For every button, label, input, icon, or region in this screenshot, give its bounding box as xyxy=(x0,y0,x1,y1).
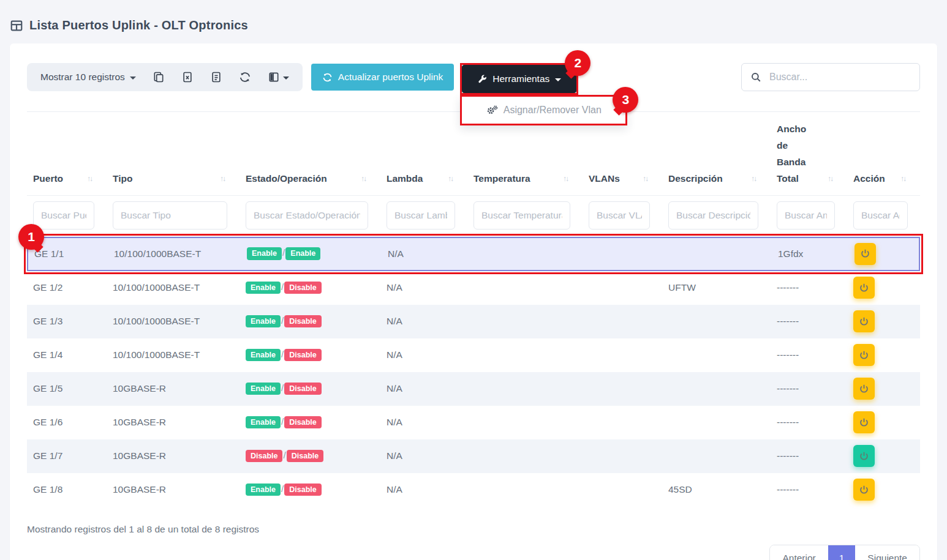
cell-estado-operacion: Enable/Disable xyxy=(240,344,380,367)
filter-input-temperatura[interactable] xyxy=(473,201,570,230)
menu-item-assign-remove-vlan[interactable]: Asignar/Remover Vlan xyxy=(462,97,625,124)
filter-input-tipo[interactable] xyxy=(113,201,227,230)
table-row[interactable]: GE 1/8 10GBASE-R Enable/Disable N/A 45SD… xyxy=(27,473,920,507)
previous-page-button[interactable]: Anterior xyxy=(770,545,828,560)
sort-icon[interactable]: ↑↓ xyxy=(643,173,647,187)
filter-cell-temperatura xyxy=(467,201,583,230)
cell-accion xyxy=(847,440,920,472)
export-file-button[interactable] xyxy=(210,71,222,83)
chevron-down-icon xyxy=(555,78,561,81)
column-header-lambda[interactable]: Lambda↑↓ xyxy=(380,112,467,195)
column-visibility-button[interactable] xyxy=(268,71,289,83)
power-toggle-button[interactable] xyxy=(855,243,876,265)
sort-icon[interactable]: ↑↓ xyxy=(220,173,225,187)
table-row[interactable]: GE 1/2 10/100/1000BASE-T Enable/Disable … xyxy=(27,271,920,305)
cell-ancho-banda: ------- xyxy=(771,345,847,365)
column-header-puerto[interactable]: Puerto↑↓ xyxy=(27,112,107,195)
cell-puerto: GE 1/8 xyxy=(27,479,107,500)
sort-icon[interactable]: ↑↓ xyxy=(751,173,756,187)
badge-separator: / xyxy=(281,282,284,292)
cell-lambda: N/A xyxy=(380,479,467,500)
table-row[interactable]: GE 1/6 10GBASE-R Enable/Disable N/A ----… xyxy=(27,406,920,439)
cell-lambda: N/A xyxy=(382,244,469,264)
power-icon xyxy=(860,248,870,259)
column-header-ancho[interactable]: Ancho de Banda Total↑↓ xyxy=(771,112,847,195)
power-toggle-button[interactable] xyxy=(853,445,875,467)
filter-input-estado[interactable] xyxy=(246,201,368,230)
filter-input-lambda[interactable] xyxy=(387,201,455,230)
power-toggle-button[interactable] xyxy=(853,378,875,400)
operacion-badge: Disable xyxy=(287,450,323,463)
filter-input-ancho[interactable] xyxy=(777,201,835,230)
export-excel-button[interactable] xyxy=(181,71,194,83)
search-input[interactable] xyxy=(769,72,911,83)
table-row[interactable]: GE 1/4 10/100/1000BASE-T Enable/Disable … xyxy=(27,338,920,372)
cell-temperatura xyxy=(467,417,583,427)
annotation-step-3: 3 xyxy=(613,87,638,113)
column-header-estado[interactable]: Estado/Operación↑↓ xyxy=(240,112,380,195)
tools-dropdown-button[interactable]: Herramientas xyxy=(462,65,576,93)
sort-icon[interactable]: ↑↓ xyxy=(87,173,92,187)
cell-tipo: 10GBASE-R xyxy=(107,446,240,466)
badge-separator: / xyxy=(281,383,284,393)
sort-icon[interactable]: ↑↓ xyxy=(563,173,568,187)
column-header-tipo[interactable]: Tipo↑↓ xyxy=(107,112,240,195)
menu-item-label: Asignar/Remover Vlan xyxy=(504,105,602,116)
power-toggle-button[interactable] xyxy=(853,277,875,299)
cell-puerto: GE 1/6 xyxy=(27,412,107,433)
page-number-button[interactable]: 1 xyxy=(828,545,856,560)
cell-tipo: 10/100/1000BASE-T xyxy=(107,277,240,298)
content-card: Mostrar 10 registros xyxy=(10,43,937,560)
toolbar: Mostrar 10 registros xyxy=(27,63,920,95)
filter-input-accion[interactable] xyxy=(853,201,908,230)
sort-icon[interactable]: ↑↓ xyxy=(828,173,832,187)
cell-accion xyxy=(847,373,920,405)
cell-lambda: N/A xyxy=(380,446,467,466)
filter-input-descripcion[interactable] xyxy=(668,201,758,230)
cell-vlans xyxy=(583,485,662,495)
power-toggle-button[interactable] xyxy=(853,310,875,332)
next-page-button[interactable]: Siguiente xyxy=(855,545,919,560)
page-header: Lista Puertos Uplink - OLT Optronics xyxy=(0,0,947,43)
filter-input-vlans[interactable] xyxy=(589,201,650,230)
column-header-descripcion[interactable]: Descripción↑↓ xyxy=(662,112,771,195)
filter-cell-vlans xyxy=(583,201,662,230)
reload-table-button[interactable] xyxy=(239,71,251,83)
show-entries-dropdown[interactable]: Mostrar 10 registros xyxy=(40,72,136,83)
power-toggle-button[interactable] xyxy=(853,344,875,366)
cell-temperatura xyxy=(467,316,583,326)
sort-icon[interactable]: ↑↓ xyxy=(361,173,366,187)
tools-dropdown-label: Herramientas xyxy=(492,73,549,84)
cell-temperatura xyxy=(467,451,583,461)
sort-icon[interactable]: ↑↓ xyxy=(900,173,905,187)
cell-estado-operacion: Enable/Disable xyxy=(240,411,380,434)
table-row[interactable]: GE 1/7 10GBASE-R Disable/Disable N/A ---… xyxy=(27,439,920,473)
file-text-icon xyxy=(210,71,222,83)
cell-vlans xyxy=(583,350,662,360)
table-row[interactable]: GE 1/1 10/100/1000BASE-T Enable/Enable N… xyxy=(27,237,920,271)
cell-tipo: 10/100/1000BASE-T xyxy=(108,244,241,264)
cell-descripcion xyxy=(662,384,771,394)
cell-temperatura xyxy=(467,384,583,394)
sort-icon[interactable]: ↑↓ xyxy=(448,173,453,187)
power-toggle-button[interactable] xyxy=(853,411,875,433)
column-label: Puerto xyxy=(33,170,63,187)
copy-button[interactable] xyxy=(153,71,165,83)
column-header-accion[interactable]: Acción↑↓ xyxy=(847,112,920,195)
cell-ancho-banda: ------- xyxy=(771,378,847,399)
page-title: Lista Puertos Uplink - OLT Optronics xyxy=(29,18,248,32)
column-label: Estado/Operación xyxy=(246,170,327,187)
filter-input-puerto[interactable] xyxy=(33,201,94,230)
table-body: GE 1/1 10/100/1000BASE-T Enable/Enable N… xyxy=(27,237,920,507)
column-label: Lambda xyxy=(387,170,423,187)
cell-ancho-banda: 1Gfdx xyxy=(772,244,848,264)
badge-separator: / xyxy=(283,450,285,460)
power-toggle-button[interactable] xyxy=(853,479,875,501)
update-uplink-ports-button[interactable]: Actualizar puertos Uplink xyxy=(311,64,454,91)
table-row[interactable]: GE 1/5 10GBASE-R Enable/Disable N/A ----… xyxy=(27,372,920,406)
estado-badge: Enable xyxy=(246,349,281,362)
power-icon xyxy=(859,350,869,360)
table-row[interactable]: GE 1/3 10/100/1000BASE-T Enable/Disable … xyxy=(27,305,920,338)
table-info: Mostrando registros del 1 al 8 de un tot… xyxy=(27,524,920,535)
table-icon xyxy=(10,19,23,32)
